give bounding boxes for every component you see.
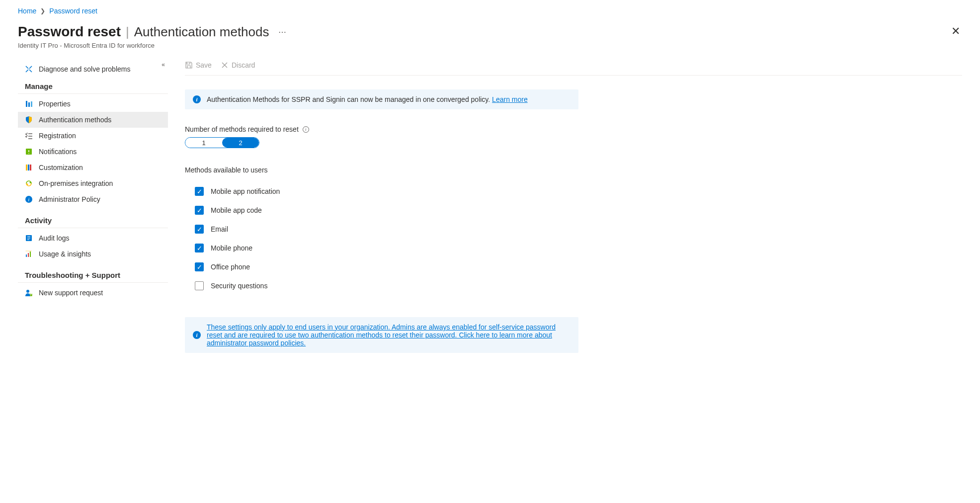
- sidebar-section-activity: Activity: [18, 207, 168, 228]
- svg-rect-2: [31, 101, 32, 107]
- svg-rect-0: [26, 101, 27, 107]
- logs-icon: [25, 234, 33, 242]
- method-label: Email: [211, 225, 228, 233]
- sidebar-item-diagnose[interactable]: Diagnose and solve problems: [18, 61, 168, 77]
- chevron-right-icon: ❯: [40, 7, 45, 14]
- checklist-icon: [25, 132, 33, 140]
- field-label-text: Number of methods required to reset: [185, 125, 299, 133]
- methods-required-toggle: 1 2: [185, 137, 259, 148]
- method-label: Security questions: [211, 282, 267, 290]
- support-icon: [25, 289, 33, 297]
- svg-rect-4: [26, 165, 27, 170]
- breadcrumb-current[interactable]: Password reset: [49, 7, 97, 15]
- title-separator: |: [126, 24, 129, 40]
- main-content: Save Discard i Authentication Methods fo…: [168, 58, 962, 369]
- page-header: Password reset | Authentication methods …: [18, 24, 962, 49]
- methods-required-option-1[interactable]: 1: [185, 138, 222, 148]
- sidebar-item-label: New support request: [39, 289, 103, 297]
- breadcrumb-home[interactable]: Home: [18, 7, 36, 15]
- sidebar-item-label: On-premises integration: [39, 179, 113, 187]
- sidebar-item-onprem[interactable]: On-premises integration: [18, 175, 168, 191]
- page-title-sub: Authentication methods: [134, 24, 269, 40]
- method-label: Office phone: [211, 263, 250, 271]
- methods-required-option-2[interactable]: 2: [222, 138, 259, 148]
- sidebar-item-usage[interactable]: Usage & insights: [18, 246, 168, 262]
- page-subtitle: Identity IT Pro - Microsoft Entra ID for…: [18, 42, 286, 49]
- method-row: Mobile phone: [185, 239, 962, 257]
- method-checkbox[interactable]: [195, 262, 204, 271]
- svg-rect-12: [30, 252, 31, 257]
- method-checkbox[interactable]: [195, 187, 204, 196]
- sidebar-section-troubleshoot: Troubleshooting + Support: [18, 262, 168, 283]
- chart-icon: [25, 250, 33, 258]
- method-row: Office phone: [185, 257, 962, 276]
- save-button[interactable]: Save: [185, 61, 212, 69]
- close-button[interactable]: ✕: [949, 24, 962, 39]
- method-checkbox[interactable]: [195, 206, 204, 215]
- sidebar-item-label: Diagnose and solve problems: [39, 65, 130, 73]
- shield-icon: [25, 116, 33, 124]
- sidebar-item-label: Usage & insights: [39, 250, 91, 258]
- sidebar-item-label: Notifications: [39, 148, 77, 156]
- method-row: Mobile app notification: [185, 182, 962, 201]
- toolbar-label: Discard: [232, 61, 255, 69]
- palette-icon: [25, 164, 33, 171]
- method-checkbox[interactable]: [195, 244, 204, 252]
- page-title-main: Password reset: [18, 24, 121, 40]
- wrench-icon: [25, 65, 33, 73]
- sidebar-item-notifications[interactable]: Notifications: [18, 144, 168, 160]
- sidebar-item-properties[interactable]: Properties: [18, 96, 168, 112]
- info-banner-top: i Authentication Methods for SSPR and Si…: [185, 89, 578, 109]
- svg-text:i: i: [28, 197, 30, 202]
- sidebar-item-support[interactable]: New support request: [18, 285, 168, 301]
- sidebar-item-label: Customization: [39, 164, 83, 171]
- sidebar-item-label: Properties: [39, 100, 71, 108]
- page-title: Password reset | Authentication methods …: [18, 24, 286, 40]
- methods-list: Mobile app notificationMobile app codeEm…: [185, 182, 962, 295]
- toolbar: Save Discard: [185, 58, 962, 76]
- toolbar-label: Save: [196, 61, 212, 69]
- breadcrumb: Home ❯ Password reset: [18, 7, 962, 15]
- method-checkbox[interactable]: [195, 225, 204, 234]
- method-row: Email: [185, 220, 962, 239]
- svg-rect-1: [28, 102, 30, 107]
- info-icon: i: [25, 195, 33, 203]
- method-label: Mobile app code: [211, 206, 262, 214]
- methods-available-label: Methods available to users: [185, 166, 962, 174]
- sync-icon: [25, 179, 33, 187]
- method-label: Mobile phone: [211, 244, 252, 252]
- svg-rect-6: [30, 165, 31, 170]
- sidebar-item-label: Administrator Policy: [39, 195, 100, 203]
- method-checkbox[interactable]: [195, 281, 204, 290]
- discard-button[interactable]: Discard: [221, 61, 255, 69]
- close-icon: ✕: [951, 25, 960, 37]
- svg-point-13: [26, 290, 29, 293]
- info-icon: i: [193, 95, 201, 103]
- method-label: Mobile app notification: [211, 187, 280, 195]
- collapse-sidebar-icon[interactable]: «: [162, 61, 165, 68]
- sliders-icon: [25, 100, 33, 108]
- notification-icon: [25, 148, 33, 156]
- sidebar: « Diagnose and solve problems Manage Pro…: [18, 58, 168, 301]
- : i: [193, 331, 201, 339]
- sidebar-item-label: Registration: [39, 132, 76, 140]
- footer-link[interactable]: These settings only apply to end users i…: [207, 323, 571, 347]
- sidebar-item-customization[interactable]: Customization: [18, 160, 168, 175]
- sidebar-section-manage: Manage: [18, 77, 168, 94]
- sidebar-item-admin-policy[interactable]: i Administrator Policy: [18, 191, 168, 207]
- method-row: Security questions: [185, 276, 962, 295]
- svg-rect-11: [28, 253, 29, 257]
- svg-rect-10: [26, 254, 27, 257]
- sidebar-item-label: Authentication methods: [39, 116, 111, 124]
- save-icon: [185, 61, 193, 69]
- method-row: Mobile app code: [185, 201, 962, 220]
- sidebar-item-registration[interactable]: Registration: [18, 128, 168, 144]
- more-icon[interactable]: ⋯: [278, 27, 286, 37]
- learn-more-link[interactable]: Learn more: [492, 95, 528, 103]
- sidebar-item-audit-logs[interactable]: Audit logs: [18, 230, 168, 246]
- sidebar-item-authentication-methods[interactable]: Authentication methods: [18, 112, 168, 128]
- banner-text-content: Authentication Methods for SSPR and Sign…: [207, 95, 490, 103]
- discard-icon: [221, 61, 229, 69]
- svg-rect-5: [28, 165, 29, 170]
- tooltip-icon[interactable]: i: [303, 126, 309, 133]
